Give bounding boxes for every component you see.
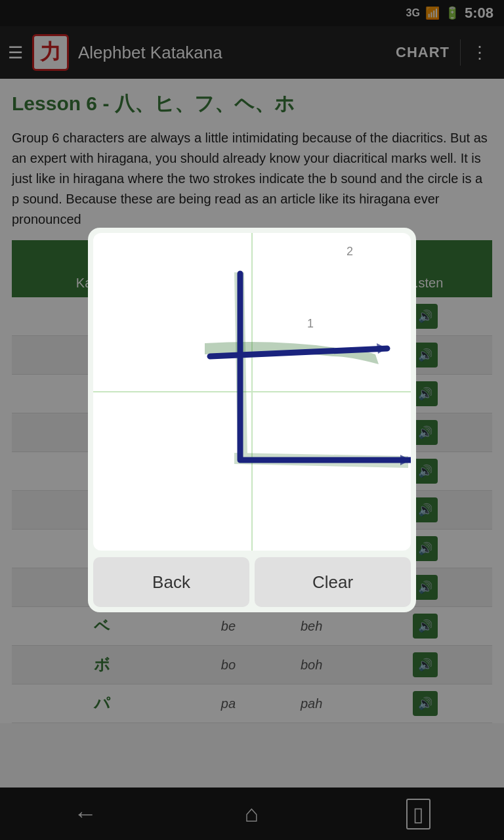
drawing-buttons: Back Clear [93, 557, 411, 607]
drawing-card: 2 1 [88, 228, 416, 612]
drawing-overlay: 2 1 [0, 0, 504, 840]
clear-button[interactable]: Clear [255, 557, 411, 607]
drawing-canvas[interactable]: 2 1 [93, 233, 411, 551]
svg-marker-1 [377, 343, 387, 354]
stroke-svg [93, 233, 411, 551]
back-button[interactable]: Back [93, 557, 249, 607]
